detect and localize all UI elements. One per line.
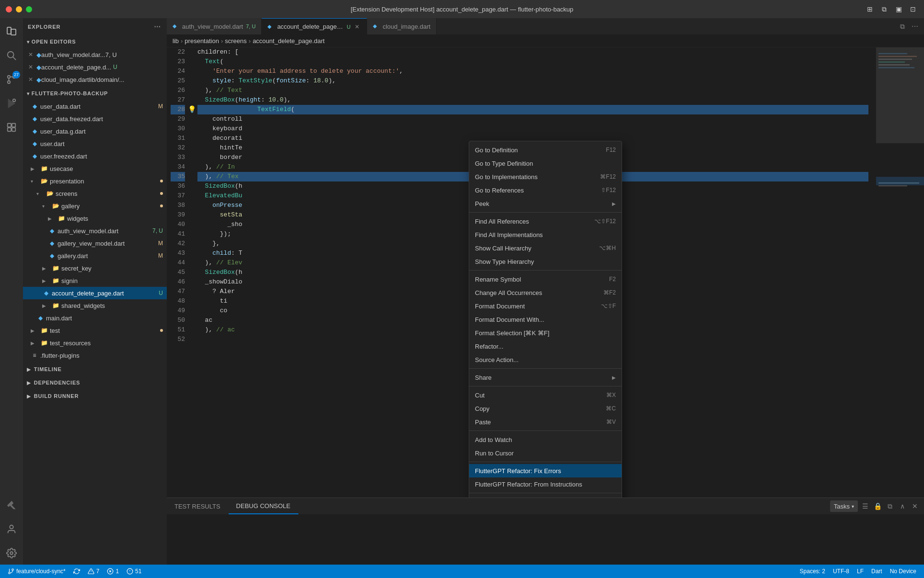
list-item[interactable]: ◆ auth_view_model.dart 7, U	[23, 225, 167, 237]
list-item[interactable]: ▾ 📂 screens	[23, 187, 167, 200]
git-branch-status[interactable]: feature/cloud-sync*	[4, 565, 69, 578]
list-item[interactable]: ◆ account_delete_page.dart U	[23, 287, 167, 299]
info-status[interactable]: 51	[123, 565, 145, 578]
search-icon[interactable]	[0, 44, 23, 67]
chevron-up-icon[interactable]: ∧	[897, 501, 908, 511]
layout-icon[interactable]: ⊞	[865, 4, 875, 14]
menu-item-cut[interactable]: Cut ⌘X	[469, 388, 622, 402]
panel-layout-icon[interactable]: ▣	[893, 4, 904, 14]
close-icon[interactable]: ✕	[27, 63, 35, 71]
build-runner-section[interactable]: ▶ BUILD RUNNER	[23, 389, 167, 403]
menu-item-format-document-with[interactable]: Format Document With...	[469, 313, 622, 326]
close-button[interactable]	[6, 6, 12, 12]
warning-status[interactable]: 7	[84, 565, 104, 578]
timeline-section[interactable]: ▶ TIMELINE	[23, 363, 167, 376]
spaces-status[interactable]: Spaces: 2	[796, 568, 829, 575]
maximize-button[interactable]	[26, 6, 32, 12]
remote-explorer-icon[interactable]	[0, 518, 23, 541]
tab-cloud-image[interactable]: ◆ cloud_image.dart	[367, 18, 437, 34]
list-item[interactable]: ◆ main.dart	[23, 312, 167, 324]
list-item[interactable]: ◆ gallery_view_model.dart M	[23, 237, 167, 249]
run-debug-icon[interactable]	[0, 92, 23, 115]
list-item[interactable]: ▶ 📁 usecase	[23, 162, 167, 175]
line-ending-status[interactable]: LF	[853, 568, 867, 575]
menu-item-copy[interactable]: Copy ⌘C	[469, 402, 622, 415]
menu-item-format-document[interactable]: Format Document ⌥⇧F	[469, 299, 622, 313]
sync-status[interactable]	[69, 565, 84, 578]
menu-item-run-to-cursor[interactable]: Run to Cursor	[469, 446, 622, 460]
list-item[interactable]: ▾ 📂 presentation	[23, 175, 167, 187]
breadcrumb-file[interactable]: account_delete_page.dart	[253, 37, 324, 45]
list-item[interactable]: ▶ 📁 shared_widgets	[23, 299, 167, 312]
open-editor-account-delete[interactable]: ✕ ◆ account_delete_page.d... U	[23, 61, 167, 73]
list-item[interactable]: ▶ 📁 test	[23, 324, 167, 337]
menu-item-go-to-references[interactable]: Go to References ⇧F12	[469, 183, 622, 197]
close-icon[interactable]: ✕	[27, 51, 35, 58]
close-icon[interactable]: ✕	[27, 76, 35, 83]
list-item[interactable]: ≡ .flutter-plugins	[23, 349, 167, 362]
menu-item-rename-symbol[interactable]: Rename Symbol F2	[469, 272, 622, 286]
language-status[interactable]: Dart	[867, 568, 886, 575]
panel-content[interactable]	[167, 515, 924, 565]
menu-item-show-type-hierarchy[interactable]: Show Type Hierarchy	[469, 255, 622, 268]
list-item[interactable]: ▾ 📂 gallery	[23, 200, 167, 212]
menu-item-find-all-implementations[interactable]: Find All Implementations	[469, 228, 622, 241]
list-item[interactable]: ▶ 📁 secret_key	[23, 262, 167, 274]
list-item[interactable]: ◆ user.freezed.dart	[23, 150, 167, 162]
menu-item-paste[interactable]: Paste ⌘V	[469, 415, 622, 429]
tab-account-delete-page[interactable]: ◆ account_delete_page.dart U ✕	[262, 18, 367, 34]
open-editors-header[interactable]: ▾ OPEN EDITORS	[23, 35, 167, 48]
menu-item-refactor[interactable]: Refactor...	[469, 340, 622, 353]
new-file-icon[interactable]: ⋯	[152, 22, 162, 32]
menu-item-share[interactable]: Share ▶	[469, 371, 622, 384]
list-item[interactable]: ◆ user_data.dart M	[23, 100, 167, 113]
device-status[interactable]: No Device	[886, 568, 920, 575]
menu-item-peek[interactable]: Peek ▶	[469, 197, 622, 210]
open-editor-cloud-image[interactable]: ✕ ◆ cloud_image.dart lib/domain/...	[23, 73, 167, 86]
open-editor-auth-view-model[interactable]: ✕ ◆ auth_view_model.dar... 7, U	[23, 48, 167, 61]
list-item[interactable]: ▶ 📁 signin	[23, 274, 167, 287]
breadcrumb-presentation[interactable]: presentation	[185, 37, 219, 45]
list-icon[interactable]: ☰	[860, 501, 870, 511]
menu-item-change-all-occurrences[interactable]: Change All Occurrences ⌘F2	[469, 286, 622, 299]
menu-item-fluttergpt-fix-errors[interactable]: FlutterGPT Refactor: Fix Errors	[469, 464, 622, 477]
menu-item-find-all-references[interactable]: Find All References ⌥⇧F12	[469, 215, 622, 228]
tab-test-results[interactable]: TEST RESULTS	[167, 498, 229, 514]
list-item[interactable]: ◆ user_data.freezed.dart	[23, 113, 167, 125]
list-item[interactable]: ◆ user_data.g.dart	[23, 125, 167, 137]
source-control-icon[interactable]: 27	[0, 68, 23, 91]
menu-item-add-to-watch[interactable]: Add to Watch	[469, 433, 622, 446]
tasks-dropdown[interactable]: Tasks ▾	[830, 500, 858, 512]
list-item[interactable]: ▶ 📁 widgets	[23, 212, 167, 225]
close-panel-button[interactable]: ✕	[910, 501, 920, 511]
menu-item-source-action[interactable]: Source Action...	[469, 353, 622, 366]
menu-item-format-selection[interactable]: Format Selection [⌘K ⌘F]	[469, 326, 622, 340]
explorer-icon[interactable]	[0, 20, 23, 43]
lock-icon[interactable]: 🔒	[872, 501, 883, 511]
list-item[interactable]: ◆ gallery.dart M	[23, 249, 167, 262]
lightbulb-icon[interactable]: 💡	[190, 105, 196, 114]
more-actions-button[interactable]: ⋯	[910, 21, 920, 32]
split-editor-icon[interactable]: ⧉	[879, 4, 889, 14]
error-status[interactable]: 1	[103, 565, 123, 578]
flutter-icon[interactable]	[0, 494, 23, 517]
project-header[interactable]: ▾ FLUTTER-PHOTO-BACKUP	[23, 87, 167, 100]
tab-debug-console[interactable]: DEBUG CONSOLE	[229, 498, 299, 514]
menu-item-show-call-hierarchy[interactable]: Show Call Hierarchy ⌥⌘H	[469, 241, 622, 255]
menu-item-go-to-definition[interactable]: Go to Definition F12	[469, 143, 622, 157]
menu-item-go-to-type-definition[interactable]: Go to Type Definition	[469, 157, 622, 170]
breadcrumb-lib[interactable]: lib	[173, 37, 179, 45]
dependencies-section[interactable]: ▶ DEPENDENCIES	[23, 376, 167, 389]
list-item[interactable]: ◆ user.dart	[23, 137, 167, 150]
tab-close-button[interactable]: ✕	[353, 23, 361, 31]
tab-auth-view-model[interactable]: ◆ auth_view_model.dart 7, U	[167, 18, 262, 34]
settings-icon[interactable]	[0, 542, 23, 565]
breadcrumb-screens[interactable]: screens	[225, 37, 247, 45]
minimize-button[interactable]	[16, 6, 22, 12]
list-item[interactable]: ▶ 📁 test_resources	[23, 337, 167, 349]
menu-item-go-to-implementations[interactable]: Go to Implementations ⌘F12	[469, 170, 622, 183]
menu-item-command-palette[interactable]: Command Palette... ⌘⇧P	[469, 495, 622, 498]
encoding-status[interactable]: UTF-8	[829, 568, 853, 575]
split-panel-icon[interactable]: ⧉	[885, 501, 895, 511]
split-editor-button[interactable]: ⧉	[897, 21, 908, 32]
